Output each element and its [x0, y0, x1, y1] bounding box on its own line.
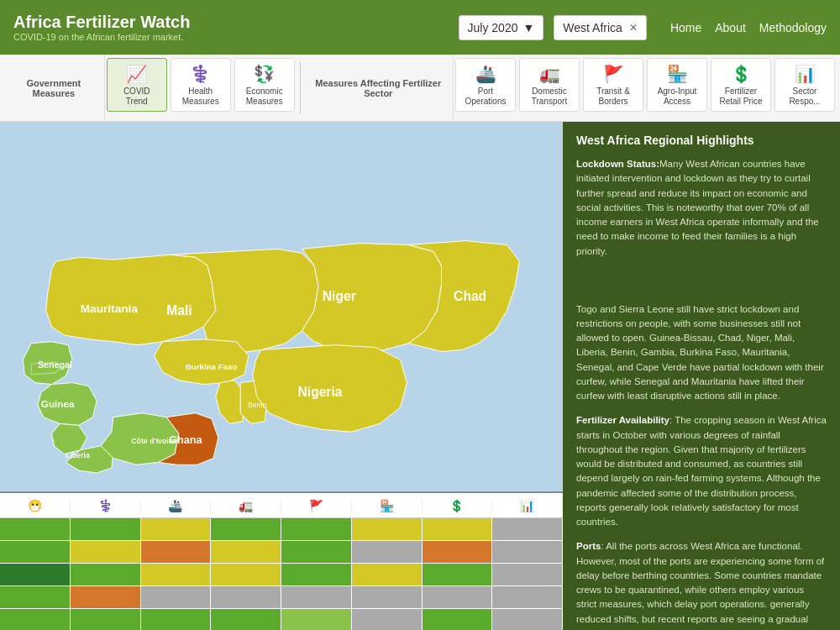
grid-cell[interactable] — [423, 518, 493, 541]
grid-cell[interactable] — [492, 609, 563, 630]
agro-input-icon: 🏪 — [667, 64, 688, 84]
main-content: Mauritania Mali Niger Chad Senegal Guine… — [0, 122, 840, 630]
sector-response-label: SectorRespo... — [789, 87, 820, 107]
grid-row — [0, 564, 563, 586]
grid-cell[interactable] — [281, 518, 352, 541]
transit-borders-label: Transit &Borders — [596, 87, 630, 107]
grid-cell[interactable] — [492, 541, 563, 564]
grid-cell[interactable] — [71, 541, 141, 564]
nav-links: Home About Methodology — [670, 21, 827, 34]
grid-cell[interactable] — [211, 518, 281, 541]
nav-about[interactable]: About — [715, 21, 746, 34]
grid-cell[interactable] — [492, 564, 563, 586]
grid-icon-covid: 😷 — [0, 499, 71, 512]
close-icon[interactable]: ✕ — [629, 22, 638, 34]
grid-cell[interactable] — [352, 518, 423, 541]
grid-cell[interactable] — [0, 541, 71, 564]
toolbar-covid-trend[interactable]: 📈 COVIDTrend — [107, 58, 167, 112]
region-label: West Africa — [563, 21, 622, 34]
label-niger: Niger — [323, 289, 356, 303]
grid-cell[interactable] — [492, 586, 563, 609]
label-ghana: Ghana — [169, 434, 202, 446]
grid-cell[interactable] — [141, 609, 212, 630]
fertilizer-retail-label: FertilizerRetail Price — [719, 87, 762, 107]
grid-cell[interactable] — [423, 541, 493, 564]
grid-cell[interactable] — [352, 541, 423, 564]
grid-cell[interactable] — [0, 518, 71, 541]
grid-cell[interactable] — [141, 564, 212, 586]
right-panel: West Africa Regional Highlights Lockdown… — [563, 122, 840, 630]
grid-cell[interactable] — [0, 609, 71, 630]
health-measures-label: HealthMeasures — [182, 87, 219, 107]
economic-measures-label: EconomicMeasures — [246, 87, 283, 107]
header: Africa Fertilizer Watch COVID-19 on the … — [0, 0, 840, 55]
grid-icon-sector: 📊 — [492, 499, 563, 512]
grid-cell[interactable] — [71, 518, 141, 541]
port-operations-icon: 🚢 — [475, 64, 496, 84]
toolbar-domestic-transport[interactable]: 🚛 DomesticTransport — [519, 58, 580, 112]
grid-cell[interactable] — [211, 541, 281, 564]
country-mauritania[interactable] — [46, 255, 216, 344]
grid-cell[interactable] — [492, 518, 563, 541]
domestic-transport-icon: 🚛 — [539, 64, 560, 84]
chevron-down-icon: ▼ — [522, 21, 534, 34]
grid-cell[interactable] — [0, 564, 71, 586]
grid-cell[interactable] — [281, 609, 352, 630]
grid-cell[interactable] — [352, 586, 423, 609]
grid-icon-transport: 🚛 — [211, 499, 281, 512]
grid-row — [0, 518, 563, 541]
agro-input-label: Agro-InputAccess — [658, 87, 697, 107]
grid-cell[interactable] — [352, 609, 423, 630]
port-operations-label: PortOperations — [465, 87, 507, 107]
toolbar: Government Measures 📈 COVIDTrend ⚕️ Heal… — [0, 55, 840, 122]
grid-cell[interactable] — [71, 586, 141, 609]
grid-cell[interactable] — [352, 564, 423, 586]
grid-icons-row: 😷 ⚕️ 🚢 🚛 🚩 🏪 💲 📊 — [0, 493, 563, 518]
highlight-section: Fertilizer Availability: The cropping se… — [576, 413, 827, 529]
covid-trend-label: COVIDTrend — [123, 87, 150, 107]
gov-section-label: Government Measures — [3, 55, 105, 121]
transit-borders-icon: 🚩 — [603, 64, 624, 84]
highlight-section: Lockdown Status:Many West African countr… — [576, 157, 827, 403]
toolbar-transit-borders[interactable]: 🚩 Transit &Borders — [583, 58, 643, 112]
grid-cell[interactable] — [423, 609, 493, 630]
logo-section: Africa Fertilizer Watch COVID-19 on the … — [13, 13, 190, 42]
toolbar-divider — [300, 61, 301, 114]
toolbar-agro-input[interactable]: 🏪 Agro-InputAccess — [647, 58, 707, 112]
app-subtitle: COVID-19 on the African fertilizer marke… — [13, 32, 190, 42]
app-title: Africa Fertilizer Watch — [13, 13, 190, 32]
toolbar-health-measures[interactable]: ⚕️ HealthMeasures — [171, 58, 231, 112]
label-nigeria: Nigeria — [298, 385, 343, 399]
grid-cell[interactable] — [141, 518, 212, 541]
date-label: July 2020 — [468, 21, 518, 34]
grid-cell[interactable] — [281, 564, 352, 586]
grid-cell[interactable] — [211, 586, 281, 609]
label-senegal: Senegal — [38, 360, 72, 370]
toolbar-sector-response[interactable]: 📊 SectorRespo... — [774, 58, 835, 112]
grid-cell[interactable] — [141, 586, 212, 609]
toolbar-port-operations[interactable]: 🚢 PortOperations — [455, 58, 516, 112]
label-burkina-faso: Burkina Faso — [186, 362, 238, 371]
grid-cell[interactable] — [0, 586, 71, 609]
region-badge: West Africa ✕ — [554, 15, 647, 40]
grid-cell[interactable] — [71, 564, 141, 586]
grid-cell[interactable] — [423, 586, 493, 609]
grid-row — [0, 609, 563, 630]
toolbar-economic-measures[interactable]: 💱 EconomicMeasures — [234, 58, 295, 112]
grid-icon-port: 🚢 — [141, 499, 212, 512]
grid-cell[interactable] — [281, 541, 352, 564]
grid-cell[interactable] — [281, 586, 352, 609]
label-guinea: Guinea — [41, 398, 75, 409]
nav-home[interactable]: Home — [670, 21, 701, 34]
date-select[interactable]: July 2020 ▼ — [459, 15, 544, 40]
grid-rows — [0, 518, 563, 630]
grid-cell[interactable] — [211, 564, 281, 586]
header-controls: July 2020 ▼ West Africa ✕ Home About Met… — [459, 15, 827, 40]
label-mauritania: Mauritania — [81, 302, 139, 315]
grid-cell[interactable] — [141, 541, 212, 564]
grid-cell[interactable] — [423, 564, 493, 586]
grid-cell[interactable] — [71, 609, 141, 630]
toolbar-fertilizer-retail[interactable]: 💲 FertilizerRetail Price — [711, 58, 771, 112]
grid-cell[interactable] — [211, 609, 281, 630]
nav-methodology[interactable]: Methodology — [759, 21, 827, 34]
